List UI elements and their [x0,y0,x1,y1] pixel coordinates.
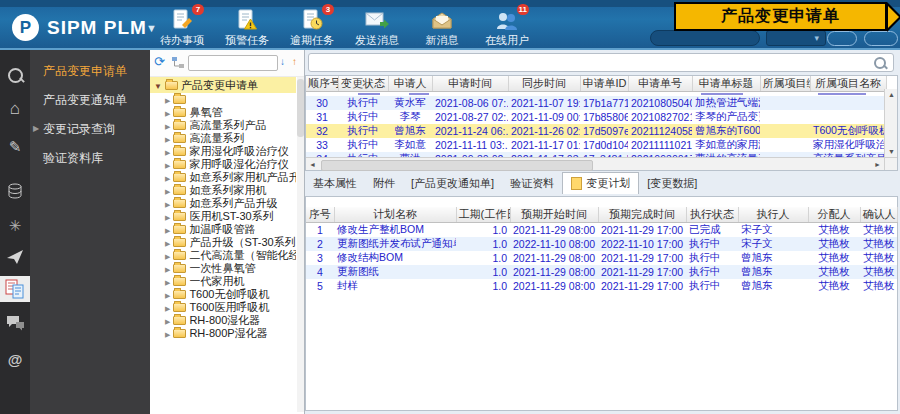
column-header[interactable]: 预期完成时间 [598,207,686,223]
expander-closed-icon[interactable]: ▶ [165,123,170,130]
topbar-search-scope-select[interactable]: ▾ [766,30,826,46]
grid-search-input[interactable] [308,53,894,72]
tree-scrollbar-thumb[interactable] [297,79,304,137]
tree-root[interactable]: ▼产品变更申请单 [150,77,296,93]
expander-closed-icon[interactable]: ▶ [165,201,170,208]
tree-item[interactable]: ▶家用呼吸湿化治疗仪 [150,158,296,171]
rail-database[interactable] [0,178,30,204]
column-header[interactable]: 申请单号 [628,76,692,92]
column-header[interactable]: 申请单ID [580,76,628,92]
rail-edit[interactable]: ✎ [0,134,30,160]
expander-closed-icon[interactable]: ▶ [165,110,170,117]
column-header[interactable]: 序号 [306,207,334,223]
expander-closed-icon[interactable]: ▶ [165,149,170,156]
tree-item[interactable]: ▶一次性鼻氧管 [150,262,296,275]
sidebar-item-3[interactable]: 验证资料库 [30,149,150,167]
tree-item[interactable]: ▶RH-800湿化器 [150,314,296,327]
tab-变更数据[interactable]: [变更数据] [639,173,705,194]
nav-overdue-doc[interactable]: 逾期任务 3 [280,6,344,48]
tree-item[interactable]: ▶T600医用呼吸机 [150,301,296,314]
rail-documents[interactable] [0,276,30,302]
column-header[interactable]: 计划名称 [334,207,456,223]
expander-closed-icon[interactable]: ▶ [165,292,170,299]
scroll-down-icon[interactable]: ▼ [885,146,898,157]
topbar-search-input[interactable] [650,30,760,46]
plan-row[interactable]: 1修改生产整机BOM1.02021-11-29 08:002021-11-29 … [306,223,897,238]
plan-row[interactable]: 3修改结构BOM1.02021-11-29 08:002021-11-29 17… [306,251,897,265]
tab-基本属性[interactable]: 基本属性 [305,173,365,194]
nav-todo-doc[interactable]: 待办事项 7 [150,6,214,48]
rail-mention[interactable]: @ [0,346,30,372]
plan-row[interactable]: 5封样1.02021-11-29 08:002021-11-29 17:00执行… [306,279,897,293]
column-header[interactable]: 同步时间 [508,76,580,92]
expander-closed-icon[interactable]: ▶ [165,331,170,338]
tree-item[interactable]: ▶如意系列家用机 [150,184,296,197]
tab-产品更改通知单[interactable]: [产品更改通知单] [403,173,502,194]
expander-closed-icon[interactable]: ▶ [165,188,170,195]
column-header[interactable]: 执行人 [738,207,808,223]
expander-closed-icon[interactable]: ▶ [165,253,170,260]
column-header[interactable]: 执行状态 [686,207,738,223]
refresh-icon[interactable]: ⟳ [154,54,165,69]
request-row[interactable]: 33执行中李如意2021-11-11 03:..2021-11-17 01:..… [306,138,886,152]
find-next-icon[interactable]: ↓ [280,56,285,67]
tree-scrollbar[interactable] [297,77,304,412]
column-header[interactable]: 预期开始时间 [510,207,598,223]
request-row[interactable]: 32执行中曾旭东2021-11-24 06:..2021-11-26 02:..… [306,124,886,138]
tree-item[interactable]: ▶高流量系列 [150,132,296,145]
column-header[interactable]: 确认人 [860,207,897,223]
nav-send-mail[interactable]: 发送消息 [345,6,409,48]
plan-row[interactable]: 4更新图纸1.02021-11-29 08:002021-11-29 17:00… [306,265,897,279]
tree-item[interactable]: ▶高流量系列产品 [150,119,296,132]
request-row[interactable]: 31执行中李琴2021-08-27 02:..2021-11-09 00:..1… [306,110,886,124]
topbar-advanced-button[interactable] [864,31,898,46]
column-header[interactable]: 申请时间 [432,76,508,92]
expander-closed-icon[interactable]: ▶ [165,175,170,182]
tree-item[interactable]: ▶如意系列家用机产品升级优化 [150,171,296,184]
rail-home[interactable]: ⌂ [0,96,30,122]
tree-item[interactable]: ▶家用湿化呼吸治疗仪 [150,145,296,158]
expander-closed-icon[interactable]: ▶ [165,279,170,286]
tab-变更计划[interactable]: 变更计划 [562,172,639,194]
nav-online-users[interactable]: 在线用户 11 [475,6,539,48]
horizontal-scrollbar-thumb[interactable] [321,160,593,171]
nav-new-mail[interactable]: 新消息 [410,6,474,48]
column-header[interactable]: 工期(工作日) [456,207,510,223]
tree-item[interactable]: ▶如意系列产品升级 [150,197,296,210]
scroll-left-icon[interactable]: ◄ [306,159,319,170]
nav-warning-doc[interactable]: 预警任务 [215,6,279,48]
rail-send-plane[interactable] [0,244,30,270]
tree-item[interactable]: ▶医用机ST-30系列 [150,210,296,223]
hierarchy-icon[interactable] [171,56,185,69]
expander-closed-icon[interactable]: ▶ [165,240,170,247]
expander-closed-icon[interactable]: ▶ [165,214,170,221]
vertical-scrollbar[interactable]: ▲ ▼ [884,89,897,157]
expander-closed-icon[interactable]: ▶ [165,162,170,169]
column-header[interactable]: 所属项目名称 [810,76,886,92]
tree-item[interactable]: ▶T600无创呼吸机 [150,288,296,301]
rail-loading[interactable]: ✳ [0,213,30,239]
rail-chat[interactable] [0,310,30,336]
expander-closed-icon[interactable]: ▶ [165,97,170,104]
plan-row[interactable]: 2更新图纸并发布试产通知单1.02022-11-10 08:002022-11-… [306,237,897,251]
scroll-up-icon[interactable]: ▲ [885,89,898,100]
tab-附件[interactable]: 附件 [365,173,403,194]
expander-closed-icon[interactable]: ▶ [165,227,170,234]
column-header[interactable]: 变更状态 [338,76,388,92]
tree-item[interactable]: ▶加温呼吸管路 [150,223,296,236]
expander-closed-icon[interactable]: ▶ [165,305,170,312]
column-header[interactable]: 申请单标题 [692,76,760,92]
sidebar-item-2[interactable]: ▶ 变更记录查询 [30,120,150,138]
request-row[interactable]: 30执行中黄水军2021-08-06 07:..2021-11-07 19:..… [306,96,886,110]
column-header[interactable]: 顺序号 [306,76,338,92]
column-header[interactable]: 分配人 [808,207,860,223]
expander-closed-icon[interactable]: ▶ [165,136,170,143]
tree-item[interactable]: ▶产品升级（ST-30系列，一代高流 [150,236,296,249]
find-prev-icon[interactable]: ↑ [292,56,297,67]
scroll-right-icon[interactable]: ► [871,159,884,170]
tree-item[interactable]: ▶RH-800P湿化器 [150,327,296,340]
sidebar-item-1[interactable]: 产品变更通知单 [30,91,150,109]
tree-item[interactable]: ▶ [150,93,296,106]
rail-search-logo[interactable] [0,62,30,88]
tree-item[interactable]: ▶一代家用机 [150,275,296,288]
